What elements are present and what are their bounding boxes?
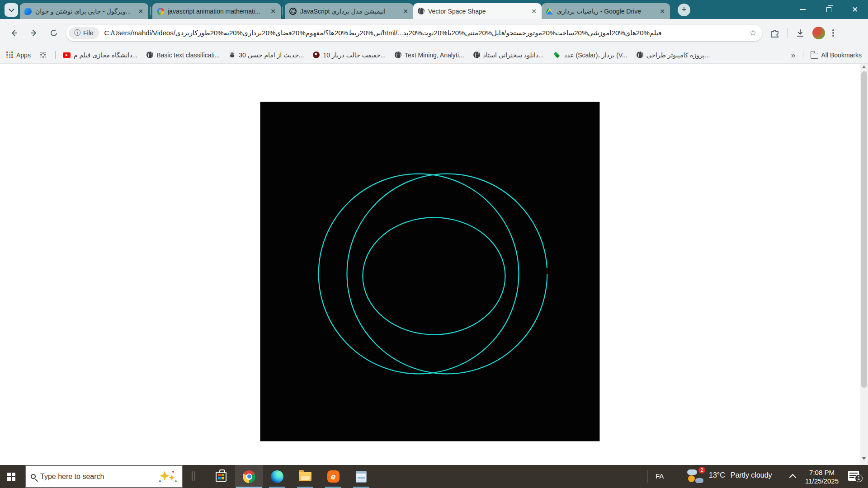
tab-close-icon[interactable]: ✕ [530, 7, 538, 15]
apps-shortcut[interactable]: Apps [6, 52, 31, 59]
address-bar[interactable]: ⓘ File C:/Users/mahdi/Videos/بی%20ربط%20… [66, 25, 762, 41]
globe-icon [395, 52, 401, 58]
notification-line [849, 477, 854, 478]
screen: ویرگول - جایی برای نوشتن و خوان... ✕ jav… [0, 0, 868, 488]
bookmark-label: دانلود سخنرانی استاد... [483, 52, 544, 59]
bookmark-item[interactable]: پروژه کامپیوتر طراحی... [637, 52, 710, 59]
taskbar-tray: FA 2 13°C Partly cloudy 7:08 PM 11/25/20… [0, 465, 868, 488]
tab-separator [283, 7, 283, 15]
globe-icon [146, 52, 153, 58]
tab-close-icon[interactable]: ✕ [269, 7, 277, 15]
tray-separator [647, 470, 648, 483]
tab-close-icon[interactable]: ✕ [137, 7, 145, 15]
tab-title: ویرگول - جایی برای نوشتن و خوان... [35, 8, 133, 15]
bookmark-label: 30 حدیث از امام حسی... [239, 52, 304, 59]
notification-badge: 1 [855, 474, 863, 482]
language-indicator[interactable]: FA [656, 472, 664, 480]
restore-button[interactable] [816, 0, 842, 19]
scroll-down-arrow-icon[interactable] [862, 457, 866, 460]
bookmark-label: 10 حقیقت جالب دربار... [323, 52, 386, 59]
apps-label: Apps [16, 52, 31, 59]
vector-canvas-svg [260, 102, 599, 441]
vertical-scrollbar[interactable] [860, 64, 868, 465]
temperature-label[interactable]: 13°C [709, 471, 725, 479]
browser-menu-button[interactable] [832, 32, 834, 34]
folder-icon [811, 53, 818, 59]
reading-list-button[interactable] [40, 52, 46, 58]
tab-chatgpt[interactable]: JavaScript انیمیشن مدل برداری ✕ [285, 3, 413, 19]
info-icon: ⓘ [74, 29, 80, 37]
bookmarks-overflow-button[interactable]: » [791, 51, 796, 60]
forward-icon [29, 28, 38, 38]
chatgpt-icon [289, 8, 297, 15]
graduation-cap-icon [553, 52, 561, 58]
bookmark-label: دانشگاه مجازی فیلم م... [74, 52, 137, 59]
clock-date: 11/25/2025 [799, 477, 844, 485]
url-text[interactable]: C:/Users/mahdi/Videos/بی%20ربط%20ها؟/مفه… [104, 29, 745, 37]
vector-canvas [260, 102, 600, 441]
bookmark-item[interactable]: 30 حدیث از امام حسی... [229, 52, 304, 59]
google-drive-icon [546, 8, 553, 14]
minimize-button[interactable] [789, 0, 816, 19]
tab-virgool[interactable]: ویرگول - جایی برای نوشتن و خوان... ✕ [20, 3, 148, 19]
squares-icon [40, 52, 46, 58]
extensions-button[interactable] [769, 28, 780, 38]
bookmark-item[interactable]: 10 حقیقت جالب دربار... [313, 52, 386, 59]
tab-search-button[interactable] [5, 3, 18, 17]
bookmark-star-icon[interactable]: ☆ [749, 28, 757, 38]
browser-toolbar: ⓘ File C:/Users/mahdi/Videos/بی%20ربط%20… [0, 19, 868, 47]
taskbar-clock[interactable]: 7:08 PM 11/25/2025 [799, 468, 844, 485]
bookmarks-bar: Apps دانشگاه مجازی فیلم م... Basic text … [0, 47, 868, 64]
close-button[interactable]: ✕ [842, 0, 868, 19]
notification-center-button[interactable]: 1 [848, 471, 859, 481]
all-bookmarks-button[interactable]: All Bookmarks [811, 52, 862, 59]
bookmarks-bar-right: » All Bookmarks [791, 47, 862, 64]
file-scheme-chip: ⓘ File [69, 27, 99, 39]
tab-close-icon[interactable]: ✕ [658, 7, 666, 15]
windows-taskbar: Type here to search e [0, 465, 868, 488]
globe-icon [418, 8, 425, 14]
bookmark-item[interactable]: عدد (Scalar)، بردار (V... [553, 52, 627, 59]
google-icon [157, 8, 164, 15]
bookmark-item[interactable]: Text Mining, Analyti... [395, 52, 464, 59]
scrollbar-thumb[interactable] [861, 71, 867, 388]
bookmark-label: Basic text classificati... [156, 52, 220, 59]
back-icon [9, 28, 19, 38]
bookmark-item[interactable]: دانشگاه مجازی فیلم م... [63, 52, 137, 59]
tab-google-search[interactable]: javascript animation mathemati... ✕ [152, 3, 281, 19]
scroll-up-arrow-icon[interactable] [862, 66, 866, 68]
new-tab-button[interactable]: + [678, 4, 690, 16]
cloud-icon [687, 469, 697, 475]
tab-title: javascript animation mathemati... [168, 8, 265, 15]
back-button[interactable] [6, 25, 22, 41]
maroon-circle-icon [313, 52, 320, 58]
forward-button[interactable] [26, 25, 42, 41]
minimize-icon [800, 9, 806, 10]
apps-grid-icon [6, 52, 13, 58]
all-bookmarks-label: All Bookmarks [821, 52, 862, 59]
tab-title: ریاضیات برداری - Google Drive [557, 8, 655, 15]
bookmark-item[interactable]: Basic text classificati... [146, 52, 220, 59]
page-content [0, 64, 868, 465]
avatar [812, 27, 825, 39]
restore-icon [826, 7, 831, 12]
tab-close-icon[interactable]: ✕ [401, 7, 410, 15]
virgool-icon [24, 8, 32, 15]
tab-title: JavaScript انیمیشن مدل برداری [300, 8, 398, 15]
bookmark-item[interactable]: دانلود سخنرانی استاد... [473, 52, 544, 59]
reload-button[interactable] [46, 25, 61, 41]
tab-google-drive[interactable]: ریاضیات برداری - Google Drive ✕ [542, 3, 670, 19]
weather-condition-label[interactable]: Partly cloudy [731, 471, 772, 479]
toolbar-separator [788, 28, 788, 38]
download-icon [795, 28, 805, 38]
cloud-icon [695, 478, 703, 483]
bookmark-label: پروژه کامپیوتر طراحی... [646, 52, 710, 59]
tab-vector-space-shape[interactable]: Vector Space Shape ✕ [413, 3, 542, 19]
hidden-icons-chevron[interactable] [789, 474, 797, 481]
tab-title: Vector Space Shape [428, 8, 526, 15]
profile-avatar[interactable] [812, 27, 825, 39]
downloads-button[interactable] [795, 28, 805, 38]
close-icon: ✕ [852, 5, 858, 14]
weather-icon[interactable]: 2 [687, 469, 704, 484]
youtube-icon [63, 52, 71, 58]
